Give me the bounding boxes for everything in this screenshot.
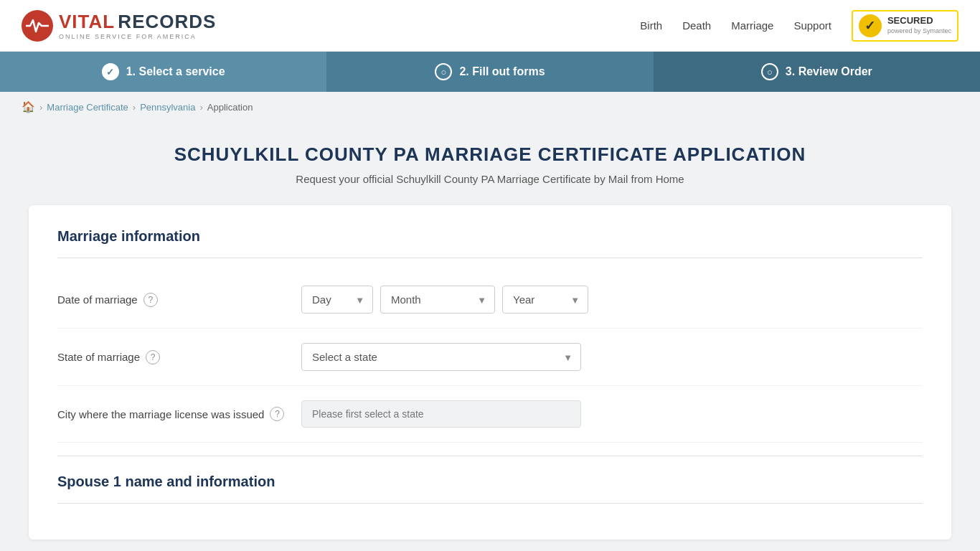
nav-death[interactable]: Death [682,19,711,32]
logo-text: VITAL RECORDS ONLINE SERVICE FOR AMERICA [59,11,216,40]
form-card: Marriage information Date of marriage ? … [29,205,951,540]
state-controls: Select a state AlabamaAlaskaArizonaArkan… [301,343,923,371]
date-of-marriage-row: Date of marriage ? Day 12345 678910 1112… [57,271,923,329]
month-select[interactable]: Month JanuaryFebruaryMarch AprilMayJune … [380,286,495,314]
day-select-wrap: Day 12345 678910 1112131415 1617181920 2… [301,286,373,314]
logo-icon [22,10,53,42]
progress-step-2[interactable]: ○ 2. Fill out forms [326,52,653,92]
section-divider-2 [57,456,923,456]
page-title: SCHUYLKILL COUNTY PA MARRIAGE CERTIFICAT… [29,143,951,166]
main-content: SCHUYLKILL COUNTY PA MARRIAGE CERTIFICAT… [0,122,980,551]
main-nav: Birth Death Marriage Support ✓ SECURED p… [640,10,958,42]
norton-text: SECURED powered by Symantec [887,15,951,36]
step3-label: 3. Review Order [786,65,872,78]
progress-step-1[interactable]: ✓ 1. Select a service [0,52,326,92]
step2-circle: ○ [435,63,452,80]
state-of-marriage-row: State of marriage ? Select a state Alaba… [57,329,923,386]
city-input [301,400,581,428]
progress-bar: ✓ 1. Select a service ○ 2. Fill out form… [0,52,980,92]
section-divider-3 [57,503,923,504]
norton-check-icon: ✓ [859,14,882,37]
city-label-area: City where the marriage license was issu… [57,407,301,421]
breadcrumb: 🏠 › Marriage Certificate › Pennsylvania … [0,92,980,122]
page-subtitle: Request your official Schuylkill County … [29,173,951,185]
state-of-marriage-label: State of marriage [57,351,140,363]
date-label-area: Date of marriage ? [57,293,301,307]
city-row: City where the marriage license was issu… [57,386,923,443]
step1-circle: ✓ [102,63,119,80]
city-label: City where the marriage license was issu… [57,408,264,420]
step3-circle: ○ [761,63,778,80]
day-select[interactable]: Day 12345 678910 1112131415 1617181920 2… [301,286,373,314]
year-select-wrap: Year 2024202320222021 2020201920182017 2… [502,286,588,314]
month-select-wrap: Month JanuaryFebruaryMarch AprilMayJune … [380,286,495,314]
city-help-icon[interactable]: ? [270,407,284,421]
breadcrumb-application: Application [207,102,253,113]
nav-birth[interactable]: Birth [640,19,662,32]
step2-label: 2. Fill out forms [459,65,545,78]
nav-marriage[interactable]: Marriage [731,19,773,32]
nav-support[interactable]: Support [793,19,831,32]
home-icon[interactable]: 🏠 [22,100,35,113]
date-controls: Day 12345 678910 1112131415 1617181920 2… [301,286,923,314]
state-select[interactable]: Select a state AlabamaAlaskaArizonaArkan… [301,343,581,371]
norton-badge: ✓ SECURED powered by Symantec [852,10,958,42]
date-help-icon[interactable]: ? [143,293,158,307]
state-help-icon[interactable]: ? [146,350,160,364]
state-label-area: State of marriage ? [57,350,301,364]
city-controls [301,400,923,428]
progress-step-3[interactable]: ○ 3. Review Order [654,52,980,92]
step1-label: 1. Select a service [126,65,225,78]
state-select-wrap: Select a state AlabamaAlaskaArizonaArkan… [301,343,581,371]
date-of-marriage-label: Date of marriage [57,293,138,306]
spouse-section-title: Spouse 1 name and information [57,474,923,490]
site-header: VITAL RECORDS ONLINE SERVICE FOR AMERICA… [0,0,980,52]
year-select[interactable]: Year 2024202320222021 2020201920182017 2… [502,286,588,314]
section-divider-1 [57,258,923,258]
breadcrumb-pennsylvania[interactable]: Pennsylvania [140,102,195,113]
breadcrumb-marriage-cert[interactable]: Marriage Certificate [47,102,128,113]
marriage-section-title: Marriage information [57,228,923,245]
logo: VITAL RECORDS ONLINE SERVICE FOR AMERICA [22,10,216,42]
